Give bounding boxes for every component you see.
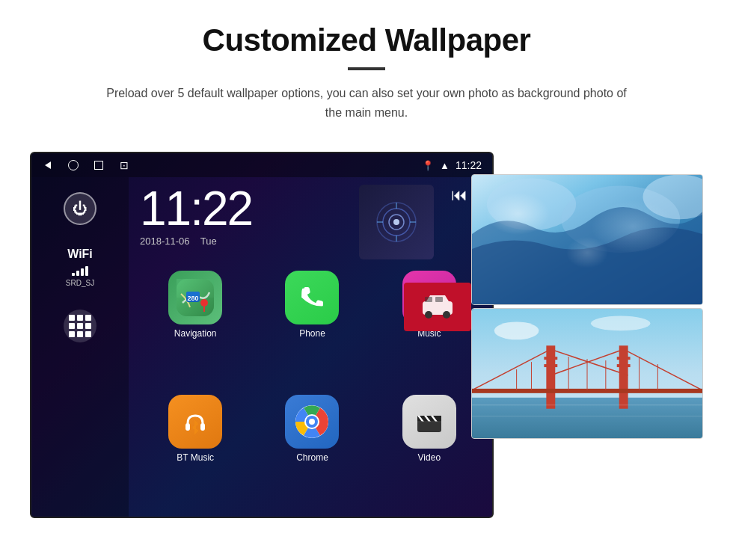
svg-point-23 [309, 419, 315, 425]
chrome-label: Chrome [296, 452, 328, 463]
app-chrome[interactable]: Chrome [257, 395, 367, 513]
wifi-bar-3 [81, 268, 84, 276]
svg-rect-54 [544, 357, 557, 360]
bridge-svg [472, 309, 702, 438]
app-phone[interactable]: Phone [257, 271, 367, 389]
svg-point-38 [591, 316, 650, 331]
partial-car-setting-card [404, 283, 471, 331]
svg-text:280: 280 [188, 295, 199, 302]
back-button[interactable] [42, 159, 54, 171]
map-svg: 280 [177, 279, 214, 316]
clock-date: 2018-11-06 Tue [140, 236, 352, 247]
svg-rect-19 [200, 423, 205, 431]
app-video[interactable]: Video [374, 395, 485, 513]
chrome-icon [285, 395, 339, 449]
svg-rect-56 [617, 357, 631, 360]
video-label: Video [418, 452, 441, 463]
phone-svg [298, 283, 326, 312]
screenshot-button[interactable]: ⊡ [118, 159, 130, 171]
app-navigation[interactable]: 280 Navigation [140, 271, 251, 389]
location-icon: 📍 [422, 160, 434, 171]
wifi-bar-4 [85, 266, 88, 276]
clock-time: 11:22 [140, 185, 352, 233]
wallpaper-thumbnails [471, 174, 703, 439]
video-icon [402, 395, 456, 449]
ice-wallpaper-preview [472, 175, 702, 304]
wallpaper-thumb-bridge[interactable] [471, 308, 703, 439]
date-value: 2018-11-06 [140, 236, 190, 247]
status-indicators: 📍 ▲ 11:22 [422, 159, 482, 171]
wifi-status-icon: ▲ [440, 160, 450, 171]
recent-button[interactable] [93, 159, 105, 171]
left-sidebar: ⏻ WiFi SRD_SJ [31, 177, 129, 518]
home-button[interactable] [67, 159, 79, 171]
navigation-label: Navigation [174, 328, 217, 339]
svg-point-14 [200, 299, 208, 307]
app-bt-music[interactable]: BT Music [140, 395, 251, 513]
time-date-widget: 11:22 2018-11-06 Tue [140, 185, 352, 247]
phone-label: Phone [299, 328, 325, 339]
svg-rect-41 [619, 345, 628, 408]
carsetting-label-area: CarSetting [608, 508, 651, 522]
car-icon [419, 292, 456, 322]
page-title: Customized Wallpaper [45, 22, 688, 58]
wifi-bar-2 [76, 271, 79, 276]
carsetting-label: CarSetting [608, 511, 651, 521]
wifi-bar-1 [72, 273, 75, 276]
bluetooth-svg [179, 405, 212, 438]
signal-art-icon [374, 200, 419, 244]
svg-point-37 [494, 322, 539, 340]
apps-button[interactable] [64, 310, 96, 342]
wifi-label: WiFi [66, 247, 94, 261]
navigation-icon: 280 [168, 271, 222, 324]
ice-cave-svg [472, 175, 702, 304]
video-svg [413, 405, 446, 438]
page-description: Preload over 5 default wallpaper options… [97, 84, 636, 122]
svg-point-29 [561, 186, 680, 253]
page-header: Customized Wallpaper Preload over 5 defa… [0, 0, 733, 137]
wallpaper-thumb-ice[interactable] [471, 174, 703, 305]
day-value: Tue [200, 236, 217, 247]
status-bar: ⊡ 📍 ▲ 11:22 [31, 153, 492, 177]
wifi-ssid: SRD_SJ [66, 279, 94, 287]
center-area: 11:22 2018-11-06 Tue [129, 177, 492, 518]
device-area: ⊡ 📍 ▲ 11:22 ⏻ WiFi [30, 152, 703, 518]
status-time: 11:22 [456, 159, 482, 171]
title-divider [348, 67, 385, 70]
svg-rect-35 [435, 297, 443, 302]
bt-music-label: BT Music [177, 452, 214, 463]
svg-rect-57 [617, 364, 631, 367]
svg-point-28 [487, 179, 576, 231]
power-icon: ⏻ [73, 200, 88, 218]
svg-point-32 [425, 311, 432, 319]
power-button[interactable]: ⏻ [64, 192, 96, 225]
svg-rect-55 [544, 364, 557, 367]
svg-rect-27 [472, 175, 702, 304]
wifi-widget: WiFi SRD_SJ [66, 247, 94, 287]
nav-buttons: ⊡ [42, 159, 130, 171]
now-playing-card [359, 185, 434, 259]
main-content: ⏻ WiFi SRD_SJ [31, 177, 492, 518]
bt-music-icon [168, 395, 222, 449]
bridge-wallpaper-preview [472, 309, 702, 438]
svg-point-30 [643, 175, 702, 219]
android-screen: ⊡ 📍 ▲ 11:22 ⏻ WiFi [30, 152, 494, 518]
svg-rect-34 [425, 297, 432, 302]
skip-back-icon[interactable]: ⏮ [451, 185, 467, 205]
svg-rect-40 [546, 345, 555, 408]
apps-grid-icon [69, 315, 91, 337]
top-row: 11:22 2018-11-06 Tue [140, 185, 485, 259]
wifi-bars [66, 264, 94, 276]
svg-rect-18 [185, 423, 190, 431]
chrome-svg [293, 403, 331, 440]
svg-point-33 [443, 311, 450, 319]
svg-point-3 [393, 219, 399, 225]
phone-icon [285, 271, 339, 324]
svg-rect-39 [472, 398, 702, 438]
